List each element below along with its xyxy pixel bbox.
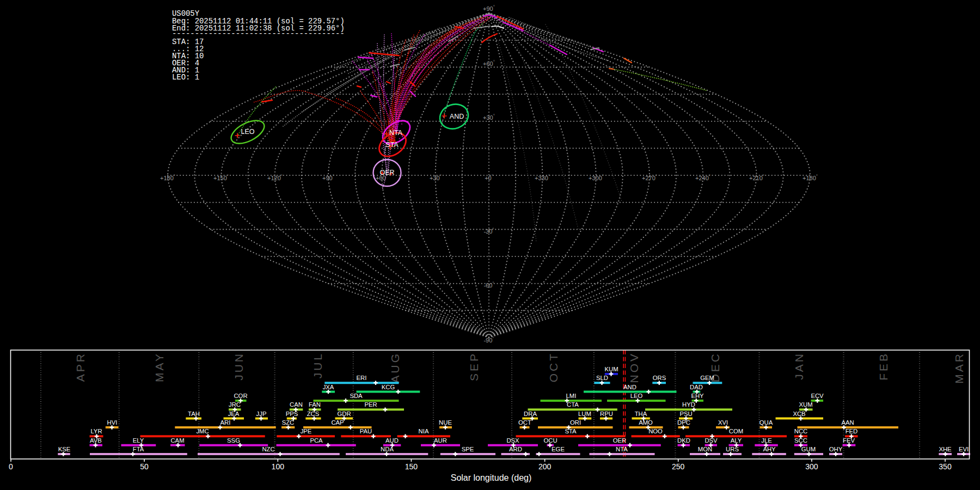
svg-text:+60°: +60° [483, 59, 495, 67]
svg-text:350: 350 [939, 462, 952, 471]
svg-text:FED: FED [846, 428, 858, 434]
svg-text:ERI: ERI [357, 375, 367, 381]
svg-text:SDA: SDA [350, 393, 363, 399]
svg-text:KSE: KSE [58, 446, 71, 452]
svg-text:+210°: +210° [749, 174, 764, 181]
svg-text:MON: MON [698, 446, 712, 452]
svg-text:ELY: ELY [133, 437, 144, 444]
svg-text:NDA: NDA [381, 446, 394, 452]
svg-text:CAM: CAM [170, 437, 184, 444]
svg-text:JUN: JUN [232, 352, 245, 381]
svg-text:FEB: FEB [877, 352, 890, 381]
svg-text:PSU: PSU [679, 411, 692, 417]
svg-text:AND: AND [450, 113, 464, 120]
svg-text:XHE: XHE [939, 446, 952, 452]
svg-text:JLE: JLE [761, 437, 772, 444]
svg-text:AUG: AUG [389, 352, 401, 383]
svg-text:PCA: PCA [310, 437, 323, 444]
svg-text:OCU: OCU [543, 437, 557, 444]
svg-text:EGE: EGE [552, 446, 565, 452]
svg-text:150: 150 [405, 462, 418, 471]
svg-text:XUM: XUM [799, 401, 812, 408]
svg-text:LYR: LYR [90, 428, 102, 434]
svg-text:JJP: JJP [256, 411, 267, 417]
svg-text:LMI: LMI [566, 393, 577, 399]
svg-text:MAY: MAY [153, 352, 166, 382]
svg-text:+30°: +30° [483, 113, 495, 121]
svg-text:LEO: LEO [630, 393, 643, 399]
svg-text:DPC: DPC [677, 419, 690, 426]
svg-text:AHY: AHY [763, 446, 776, 452]
svg-text:NUE: NUE [439, 419, 452, 426]
svg-text:GDR: GDR [337, 411, 351, 417]
svg-text:JXA: JXA [323, 384, 334, 390]
svg-text:JUL: JUL [311, 352, 324, 378]
svg-text:JRC: JRC [229, 401, 241, 408]
svg-text:0: 0 [9, 462, 13, 471]
svg-text:Solar longitude (deg): Solar longitude (deg) [451, 473, 532, 482]
svg-text:+120°: +120° [267, 174, 283, 181]
svg-text:DRA: DRA [524, 411, 537, 417]
svg-text:SSG: SSG [227, 437, 240, 444]
svg-text:HVI: HVI [107, 419, 118, 426]
svg-text:JAN: JAN [793, 352, 805, 380]
svg-text:NTA: NTA [616, 446, 628, 452]
svg-text:DKD: DKD [677, 437, 690, 444]
svg-text:MAR: MAR [953, 352, 965, 384]
svg-text:ORS: ORS [653, 375, 666, 381]
svg-text:XVI: XVI [718, 419, 728, 426]
svg-text:OHY: OHY [829, 446, 843, 452]
svg-text:DSX: DSX [506, 437, 519, 444]
svg-text:AMO: AMO [639, 419, 653, 426]
svg-text:PER: PER [364, 401, 377, 408]
svg-text:LEO: LEO [241, 128, 254, 136]
svg-text:SPE: SPE [462, 446, 474, 452]
svg-text:200: 200 [538, 462, 552, 471]
svg-text:FAN: FAN [309, 401, 321, 408]
svg-text:CAN: CAN [290, 401, 303, 408]
svg-text:GUM: GUM [801, 446, 816, 452]
svg-text:JMC: JMC [196, 428, 209, 434]
svg-text:PPS: PPS [286, 411, 298, 417]
svg-text:LEO: 1: LEO: 1 [172, 73, 199, 82]
svg-text:ARD: ARD [509, 446, 522, 452]
svg-text:EHY: EHY [691, 393, 704, 399]
svg-text:NTA: NTA [389, 129, 403, 137]
svg-text:GEM: GEM [700, 375, 714, 381]
svg-text:APR: APR [74, 352, 87, 382]
svg-text:+150°: +150° [213, 174, 229, 181]
svg-text:+90°: +90° [322, 174, 334, 181]
svg-text:+180°: +180° [160, 174, 175, 181]
svg-text:+90°: +90° [483, 4, 495, 12]
svg-text:300: 300 [805, 462, 818, 471]
svg-text:CAP: CAP [331, 419, 344, 426]
svg-text:THA: THA [635, 411, 647, 417]
svg-text:+270°: +270° [642, 174, 657, 181]
svg-text:LUM: LUM [578, 411, 591, 417]
svg-text:+30°: +30° [430, 174, 442, 181]
svg-text:OER: OER [613, 437, 626, 444]
svg-text:COM: COM [729, 428, 743, 434]
svg-text:NCC: NCC [794, 428, 807, 434]
svg-text:COR: COR [234, 393, 247, 399]
svg-text:KUM: KUM [604, 366, 618, 372]
svg-text:SEP: SEP [468, 352, 480, 381]
svg-text:OCT: OCT [518, 419, 531, 426]
svg-text:ZCS: ZCS [307, 411, 320, 417]
svg-text:SZC: SZC [282, 419, 295, 426]
svg-text:ECV: ECV [811, 393, 824, 399]
svg-text:+240°: +240° [695, 174, 710, 181]
svg-text:NOO: NOO [648, 428, 663, 434]
svg-text:100: 100 [272, 462, 285, 471]
svg-text:DSV: DSV [705, 437, 718, 444]
svg-text:EVI: EVI [959, 446, 969, 452]
svg-text:AVB: AVB [90, 437, 102, 444]
svg-text:OER: OER [379, 169, 394, 176]
svg-text:FTA: FTA [133, 446, 144, 452]
svg-text:HYD: HYD [682, 401, 695, 408]
svg-text:CTA: CTA [567, 401, 579, 408]
svg-text:DAD: DAD [690, 384, 703, 390]
svg-text:250: 250 [672, 462, 685, 471]
svg-text:+180°: +180° [803, 174, 818, 181]
svg-text:ARI: ARI [220, 419, 231, 426]
